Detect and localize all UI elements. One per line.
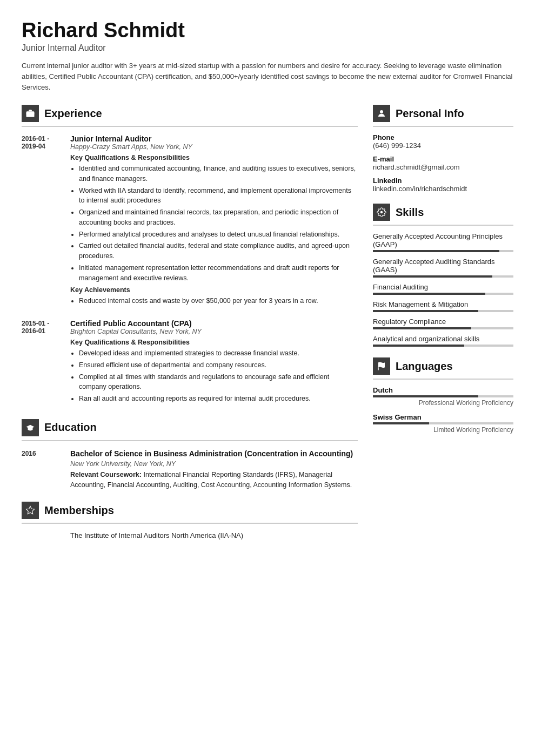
skills-list: Generally Accepted Accounting Principles… xyxy=(373,232,513,347)
skill-name-1: Generally Accepted Auditing Standards (G… xyxy=(373,258,513,274)
languages-section: Languages Dutch Professional Working Pro… xyxy=(373,357,513,434)
experience-section: Experience 2016-01 - 2019-04 Junior Inte… xyxy=(22,105,358,407)
candidate-title: Junior Internal Auditor xyxy=(22,43,513,53)
star-icon xyxy=(25,505,35,515)
lang-bar-bg-1 xyxy=(373,422,513,424)
memberships-icon xyxy=(22,502,39,519)
exp-bullet-2-0: Developed ideas and implemented strategi… xyxy=(79,348,358,359)
membership-spacer xyxy=(22,531,65,539)
skill-bar-fill-5 xyxy=(373,345,464,347)
lang-bar-fill-0 xyxy=(373,395,478,397)
edu-school-0: New York University, New York, NY xyxy=(70,460,358,468)
exp-content-1: Junior Internal Auditor Happy-Crazy Smar… xyxy=(70,134,358,309)
exp-dates-2: 2015-01 - 2016-01 xyxy=(22,319,65,407)
skills-header: Skills xyxy=(373,204,513,221)
skill-name-3: Risk Management & Mitigation xyxy=(373,300,513,308)
exp-bullet-1-0: Identified and communicated accounting, … xyxy=(79,164,358,184)
language-item-1: Swiss German Limited Working Proficiency xyxy=(373,413,513,434)
languages-divider xyxy=(373,379,513,380)
coursework-label: Relevant Coursework: xyxy=(70,471,142,478)
lang-bar-bg-0 xyxy=(373,395,513,397)
language-item-0: Dutch Professional Working Proficiency xyxy=(373,386,513,407)
personal-info-icon xyxy=(373,105,390,122)
exp-bullets-2: Developed ideas and implemented strategi… xyxy=(70,348,358,404)
skill-item-0: Generally Accepted Accounting Principles… xyxy=(373,232,513,252)
experience-divider xyxy=(22,126,358,127)
personal-info-header: Personal Info xyxy=(373,105,513,122)
exp-bullet-2-2: Complied at all times with standards and… xyxy=(79,372,358,393)
skill-bar-fill-1 xyxy=(373,275,492,278)
exp-title-2: Certified Public Accountant (CPA) xyxy=(70,319,358,328)
skill-bar-fill-4 xyxy=(373,327,471,329)
right-column: Personal Info Phone (646) 999-1234 E-mai… xyxy=(373,105,513,737)
summary-text: Current internal junior auditor with 3+ … xyxy=(22,60,513,93)
skill-item-2: Financial Auditing xyxy=(373,283,513,295)
membership-name-0: The Institute of Internal Auditors North… xyxy=(70,531,243,539)
svg-rect-0 xyxy=(26,111,35,117)
skill-bar-bg-4 xyxy=(373,327,513,329)
exp-company-2: Brighton Capital Consultants, New York, … xyxy=(70,328,358,335)
person-icon xyxy=(377,109,386,118)
phone-field: Phone (646) 999-1234 xyxy=(373,133,513,150)
email-field: E-mail richard.schmidt@gmail.com xyxy=(373,155,513,171)
svg-marker-3 xyxy=(26,507,35,514)
memberships-divider xyxy=(22,523,358,524)
exp-bullet-1-3: Performed analytical procedures and anal… xyxy=(79,230,358,240)
education-divider xyxy=(22,440,358,441)
lang-proficiency-1: Limited Working Proficiency xyxy=(373,426,513,434)
exp-qualifications-label-2: Key Qualifications & Responsibilities xyxy=(70,339,358,346)
edu-coursework-0: Relevant Coursework: International Finan… xyxy=(70,470,358,490)
skills-title: Skills xyxy=(396,206,424,219)
skill-bar-fill-3 xyxy=(373,310,478,312)
exp-title-1: Junior Internal Auditor xyxy=(70,134,358,143)
skill-bar-bg-2 xyxy=(373,293,513,295)
linkedin-label: LinkedIn xyxy=(373,177,513,185)
memberships-section: Memberships The Institute of Internal Au… xyxy=(22,502,358,539)
exp-company-1: Happy-Crazy Smart Apps, New York, NY xyxy=(70,143,358,151)
education-icon xyxy=(22,419,39,436)
skill-item-5: Analytical and organizational skills xyxy=(373,335,513,347)
skill-bar-bg-1 xyxy=(373,275,513,278)
experience-header: Experience xyxy=(22,105,358,122)
languages-header: Languages xyxy=(373,357,513,375)
memberships-header: Memberships xyxy=(22,502,358,519)
education-header: Education xyxy=(22,419,358,436)
education-title: Education xyxy=(44,421,97,434)
resume-page: Richard Schmidt Junior Internal Auditor … xyxy=(0,0,535,756)
skill-bar-fill-2 xyxy=(373,293,485,295)
exp-qualifications-label-1: Key Qualifications & Responsibilities xyxy=(70,154,358,161)
lang-proficiency-0: Professional Working Proficiency xyxy=(373,399,513,407)
linkedin-value: linkedin.com/in/richardschmidt xyxy=(373,185,513,193)
experience-icon xyxy=(22,105,39,122)
main-layout: Experience 2016-01 - 2019-04 Junior Inte… xyxy=(22,105,513,737)
lang-name-0: Dutch xyxy=(373,386,513,394)
exp-achievements-label-1: Key Achievements xyxy=(70,286,358,294)
languages-list: Dutch Professional Working Proficiency S… xyxy=(373,386,513,434)
email-label: E-mail xyxy=(373,155,513,163)
membership-entry-0: The Institute of Internal Auditors North… xyxy=(22,531,358,539)
experience-entry-2: 2015-01 - 2016-01 Certified Public Accou… xyxy=(22,319,358,407)
lang-name-1: Swiss German xyxy=(373,413,513,421)
exp-achievement-1-0: Reduced internal costs and waste by over… xyxy=(79,296,358,306)
skill-item-3: Risk Management & Mitigation xyxy=(373,300,513,312)
personal-info-section: Personal Info Phone (646) 999-1234 E-mai… xyxy=(373,105,513,193)
skill-name-0: Generally Accepted Accounting Principles… xyxy=(373,232,513,248)
exp-bullet-1-2: Organized and maintained financial recor… xyxy=(79,207,358,228)
linkedin-field: LinkedIn linkedin.com/in/richardschmidt xyxy=(373,177,513,193)
edu-degree-0: Bachelor of Science in Business Administ… xyxy=(70,449,358,459)
experience-title: Experience xyxy=(44,107,102,120)
svg-point-5 xyxy=(380,211,383,214)
edu-content-0: Bachelor of Science in Business Administ… xyxy=(70,449,358,490)
memberships-title: Memberships xyxy=(44,504,114,517)
left-column: Experience 2016-01 - 2019-04 Junior Inte… xyxy=(22,105,358,737)
skills-divider xyxy=(373,225,513,226)
skill-item-4: Regulatory Compliance xyxy=(373,318,513,329)
skills-section: Skills Generally Accepted Accounting Pri… xyxy=(373,204,513,347)
skill-name-2: Financial Auditing xyxy=(373,283,513,291)
phone-value: (646) 999-1234 xyxy=(373,141,513,150)
edu-entry-0: 2016 Bachelor of Science in Business Adm… xyxy=(22,449,358,490)
edu-year-0: 2016 xyxy=(22,449,65,490)
skills-icon xyxy=(373,204,390,221)
exp-bullet-2-1: Ensured efficient use of departmental an… xyxy=(79,360,358,370)
skill-item-1: Generally Accepted Auditing Standards (G… xyxy=(373,258,513,278)
